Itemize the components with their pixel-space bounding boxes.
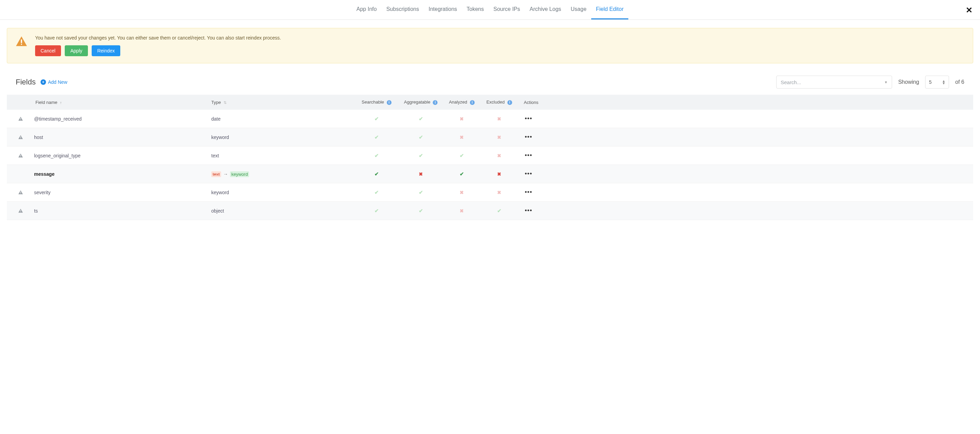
field-name: severity <box>34 190 211 195</box>
tab-tokens[interactable]: Tokens <box>462 0 488 19</box>
table-row: @timestamp_receiveddate✔✔✖✖••• <box>7 110 973 128</box>
cell-analyzed: ✖ <box>443 116 480 122</box>
info-icon[interactable]: i <box>470 100 475 105</box>
alert-body: You have not saved your changes yet. You… <box>35 35 965 56</box>
cell-aggregatable: ✔ <box>399 116 443 122</box>
cell-searchable: ✔ <box>355 116 399 122</box>
unsaved-changes-alert: You have not saved your changes yet. You… <box>7 28 973 64</box>
cell-excluded: ✔ <box>480 208 518 214</box>
of-label: of 6 <box>955 79 964 85</box>
table-row: hostkeyword✔✔✖✖••• <box>7 128 973 146</box>
search-input[interactable]: Search... ▼ <box>776 76 892 89</box>
table-body: @timestamp_receiveddate✔✔✖✖•••hostkeywor… <box>7 110 973 220</box>
field-name: ts <box>34 208 211 214</box>
cell-excluded: ✖ <box>480 135 518 140</box>
cell-excluded: ✖ <box>480 171 518 177</box>
table-header: Field name ↑ Type ⇅ Searchable i Aggrega… <box>7 95 973 110</box>
svg-point-5 <box>20 119 21 120</box>
info-icon[interactable]: i <box>508 100 512 105</box>
fields-table: Field name ↑ Type ⇅ Searchable i Aggrega… <box>7 95 973 220</box>
info-icon[interactable]: i <box>433 100 438 105</box>
cell-excluded: ✖ <box>480 116 518 122</box>
tab-app-info[interactable]: App Info <box>352 0 382 19</box>
table-row: tsobject✔✔✖✔••• <box>7 202 973 220</box>
field-type: text→keyword <box>211 171 355 177</box>
cell-searchable: ✔ <box>355 153 399 159</box>
fields-title: Fields <box>16 78 36 86</box>
page-size-value: 5 <box>929 79 932 85</box>
fields-header: Fields + Add New Search... ▼ Showing 5 ▲… <box>7 76 973 89</box>
col-aggregatable[interactable]: Aggregatable i <box>399 100 443 105</box>
col-actions: Actions <box>518 100 542 105</box>
cell-analyzed: ✔ <box>443 153 480 159</box>
tab-bar: App InfoSubscriptionsIntegrationsTokensS… <box>0 0 980 20</box>
apply-button[interactable]: Apply <box>65 45 88 56</box>
svg-rect-13 <box>20 191 21 193</box>
cell-analyzed: ✔ <box>443 171 480 177</box>
svg-point-2 <box>21 44 22 45</box>
tab-usage[interactable]: Usage <box>566 0 591 19</box>
cancel-button[interactable]: Cancel <box>35 45 61 56</box>
plus-icon: + <box>41 79 46 85</box>
cell-analyzed: ✖ <box>443 208 480 214</box>
reindex-button[interactable]: Reindex <box>92 45 120 56</box>
field-name: logsene_original_type <box>34 153 211 158</box>
sort-icon: ⇅ <box>224 100 227 105</box>
warning-icon <box>18 153 23 158</box>
col-analyzed[interactable]: Analyzed i <box>443 100 480 105</box>
svg-rect-7 <box>20 136 21 138</box>
tab-archive-logs[interactable]: Archive Logs <box>525 0 566 19</box>
warning-icon <box>15 36 28 47</box>
row-actions-button[interactable]: ••• <box>518 152 542 159</box>
content: You have not saved your changes yet. You… <box>0 28 980 220</box>
showing-label: Showing <box>898 79 919 85</box>
row-actions-button[interactable]: ••• <box>518 134 542 141</box>
info-icon[interactable]: i <box>387 100 391 105</box>
col-excluded[interactable]: Excluded i <box>480 100 518 105</box>
row-actions-button[interactable]: ••• <box>518 170 542 178</box>
fields-header-left: Fields + Add New <box>16 78 67 86</box>
fields-header-right: Search... ▼ Showing 5 ▲▼ of 6 <box>776 76 964 89</box>
svg-rect-16 <box>20 210 21 211</box>
col-type[interactable]: Type ⇅ <box>211 100 355 105</box>
cell-analyzed: ✖ <box>443 190 480 195</box>
cell-searchable: ✔ <box>355 171 399 177</box>
table-row: logsene_original_typetext✔✔✔✖••• <box>7 146 973 165</box>
cell-searchable: ✔ <box>355 208 399 214</box>
field-type: object <box>211 208 355 214</box>
cell-excluded: ✖ <box>480 153 518 158</box>
svg-point-8 <box>20 138 21 138</box>
field-type: keyword <box>211 190 355 195</box>
close-icon[interactable]: ✕ <box>966 5 972 15</box>
page-size-select[interactable]: 5 ▲▼ <box>925 76 949 89</box>
svg-rect-4 <box>20 118 21 119</box>
field-type: date <box>211 116 355 122</box>
cell-analyzed: ✖ <box>443 135 480 140</box>
field-type: text <box>211 153 355 158</box>
svg-rect-1 <box>21 40 22 43</box>
tab-integrations[interactable]: Integrations <box>424 0 462 19</box>
tab-subscriptions[interactable]: Subscriptions <box>382 0 424 19</box>
tab-field-editor[interactable]: Field Editor <box>591 0 628 19</box>
svg-point-14 <box>20 193 21 194</box>
row-actions-button[interactable]: ••• <box>518 207 542 214</box>
cell-aggregatable: ✔ <box>399 189 443 196</box>
cell-aggregatable: ✔ <box>399 153 443 159</box>
cell-searchable: ✔ <box>355 189 399 196</box>
search-placeholder: Search... <box>781 79 801 85</box>
warning-icon <box>18 116 23 121</box>
add-new-button[interactable]: + Add New <box>41 79 67 85</box>
row-actions-button[interactable]: ••• <box>518 115 542 122</box>
svg-rect-10 <box>20 155 21 156</box>
col-field-name[interactable]: Field name ↑ <box>34 100 211 105</box>
alert-text: You have not saved your changes yet. You… <box>35 35 965 41</box>
cell-searchable: ✔ <box>355 134 399 140</box>
cell-excluded: ✖ <box>480 190 518 195</box>
field-name: @timestamp_received <box>34 116 211 122</box>
table-row: severitykeyword✔✔✖✖••• <box>7 183 973 202</box>
field-name: host <box>34 135 211 140</box>
tab-source-ips[interactable]: Source IPs <box>488 0 525 19</box>
cell-aggregatable: ✔ <box>399 134 443 140</box>
row-actions-button[interactable]: ••• <box>518 189 542 196</box>
col-searchable[interactable]: Searchable i <box>355 100 399 105</box>
